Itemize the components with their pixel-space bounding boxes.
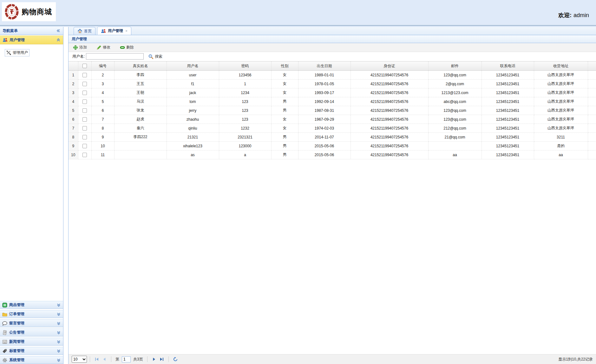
table-row[interactable]: 45马汉tom123男1992-09-14421521199407254576a…	[69, 97, 596, 106]
sidebar-title-bar: 导航菜单	[0, 27, 63, 35]
table-row[interactable]: 23王五f11女1978-01-054215211994072545762@qq…	[69, 80, 596, 88]
row-checkbox[interactable]	[82, 99, 87, 104]
edit-button[interactable]: 修改	[95, 44, 112, 51]
table-row[interactable]: 12李四user123456女1989-01-01421521199407254…	[69, 71, 596, 80]
row-checkbox[interactable]	[82, 91, 87, 95]
page-number-input[interactable]	[122, 356, 131, 362]
cell-username: qinliu	[167, 124, 219, 133]
cell-address: 山西太原尖草坪	[534, 106, 588, 115]
search-icon	[148, 54, 154, 59]
cell-password: 2321321	[219, 133, 271, 142]
cell-id-card: 421521199407254576	[350, 142, 428, 150]
cell-address: aa	[534, 150, 588, 159]
sidebar-item-manage-users[interactable]: 管理用户	[5, 49, 29, 56]
row-checkbox[interactable]	[82, 117, 87, 122]
cell-birthday: 2015-05-06	[298, 142, 350, 150]
cell-email: 212@qq.com	[428, 124, 481, 133]
row-checkbox-cell	[78, 97, 91, 106]
column-header-id-card[interactable]: 身份证	[350, 61, 428, 71]
table-row[interactable]: 78秦六qinliu1232女1974-02-03421521199407254…	[69, 124, 596, 133]
accordion-panel-news[interactable]: 新闻管理	[0, 338, 63, 346]
cell-id: 6	[91, 106, 114, 115]
row-checkbox[interactable]	[82, 82, 87, 86]
cell-username: 21321	[167, 133, 219, 142]
add-button[interactable]: 添加	[72, 44, 88, 51]
cell-address: 山西太原尖草坪	[534, 88, 588, 97]
row-checkbox[interactable]	[82, 135, 87, 139]
table-row[interactable]: 89李四222213212321321男2014-11-074215211994…	[69, 133, 596, 142]
accordion-panel-products[interactable]: 商品管理	[0, 301, 63, 309]
cell-phone: 12345123451	[481, 150, 534, 159]
column-header-password[interactable]: 密码	[219, 61, 271, 71]
column-header-gender[interactable]: 性别	[271, 61, 298, 71]
column-header-username[interactable]: 用户名	[167, 61, 219, 71]
prev-page-button[interactable]	[101, 356, 108, 362]
layout: 导航菜单 用户管理	[0, 27, 596, 364]
cell-id-card: 421521199407254576	[350, 106, 428, 115]
username-label: 用户名:	[72, 54, 85, 59]
row-checkbox-cell	[78, 115, 91, 124]
first-page-icon	[94, 357, 99, 362]
row-checkbox[interactable]	[82, 108, 87, 113]
welcome-message: 欢迎:admin	[558, 11, 589, 19]
page-size-select[interactable]: 10	[72, 356, 87, 363]
column-header-id[interactable]: 编号	[91, 61, 114, 71]
accordion-panel-messages[interactable]: 留言管理	[0, 319, 63, 327]
table-row[interactable]: 910xihalele123123000男2015-05-06421521199…	[69, 142, 596, 150]
chevron-double-down-icon	[56, 358, 61, 362]
column-header-real-name[interactable]: 真实姓名	[114, 61, 167, 71]
cell-id-card: 421521199407254576	[350, 150, 428, 159]
tab-close-icon[interactable]: ×	[125, 29, 128, 33]
accordion-panel-tags[interactable]: 标签管理	[0, 347, 63, 355]
accordion-panel-user-mgmt[interactable]: 用户管理	[0, 35, 63, 44]
refresh-button[interactable]	[172, 356, 179, 362]
tab-bar: 首页 用户管理 ×	[69, 27, 596, 35]
logo: 购物商城	[2, 2, 56, 21]
row-checkbox[interactable]	[82, 144, 87, 148]
cell-id: 3	[91, 80, 114, 88]
table-row[interactable]: 1011asa男2015-05-06421521199407254576aa12…	[69, 150, 596, 159]
accordion-panel-orders[interactable]: 订单管理	[0, 310, 63, 318]
column-header-birthday[interactable]: 出生日期	[298, 61, 350, 71]
collapse-sidebar-icon[interactable]	[56, 29, 61, 33]
select-all-header	[78, 61, 91, 71]
cell-id-card: 421521199407254576	[350, 115, 428, 124]
column-header-phone[interactable]: 联系电话	[481, 61, 534, 71]
row-number: 10	[69, 150, 78, 159]
cell-real-name: 张龙	[114, 106, 167, 115]
last-page-button[interactable]	[158, 356, 166, 362]
cell-password: 123	[219, 97, 271, 106]
column-header-address[interactable]: 收货地址	[534, 61, 588, 71]
cell-username: f1	[167, 80, 219, 88]
cell-id-card: 421521199407254576	[350, 80, 428, 88]
first-page-button[interactable]	[93, 356, 101, 362]
delete-button[interactable]: 删除	[119, 44, 135, 51]
next-page-button[interactable]	[150, 356, 158, 362]
row-checkbox[interactable]	[82, 153, 87, 157]
table-row[interactable]: 34王朝jack1234女1993-09-1742152119940725457…	[69, 88, 596, 97]
accordion-panel-label: 标签管理	[9, 348, 24, 354]
remove-icon	[120, 45, 125, 50]
home-icon	[77, 29, 82, 34]
select-all-checkbox[interactable]	[82, 64, 87, 68]
accordion-panel-system[interactable]: 系统管理	[0, 356, 63, 364]
search-button[interactable]: 搜索	[148, 54, 162, 59]
row-number: 3	[69, 88, 78, 97]
table-row[interactable]: 67赵虎zhaohu123女1967-09-294215211994072545…	[69, 115, 596, 124]
tab-user-mgmt[interactable]: 用户管理 ×	[97, 27, 131, 35]
accordion-panel-announcements[interactable]: 公告管理	[0, 329, 63, 336]
row-number: 5	[69, 106, 78, 115]
cell-birthday: 1993-09-17	[298, 88, 350, 97]
tab-home[interactable]: 首页	[74, 27, 95, 35]
row-checkbox[interactable]	[82, 73, 87, 77]
row-checkbox[interactable]	[82, 126, 87, 131]
sidebar-collapsed-panels: 商品管理 订单管理 留言管理	[0, 300, 63, 364]
cell-gender: 男	[271, 150, 298, 159]
delete-button-label: 删除	[126, 45, 134, 50]
cell-real-name: 赵虎	[114, 115, 167, 124]
cell-password: 123	[219, 115, 271, 124]
username-input[interactable]	[86, 53, 144, 60]
edit-button-label: 修改	[103, 45, 110, 50]
table-row[interactable]: 56张龙jerry123男1987-08-3142152119940725457…	[69, 106, 596, 115]
column-header-email[interactable]: 邮件	[428, 61, 481, 71]
